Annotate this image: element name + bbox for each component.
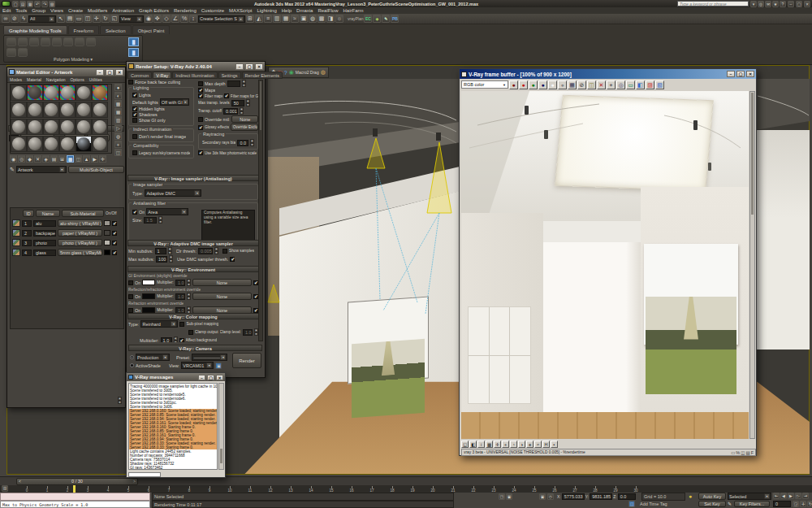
override-map-none-button[interactable]: None [192,293,252,300]
reference-coordinate-dropdown[interactable]: View▾ [119,15,144,23]
rendered-image[interactable] [461,91,749,439]
ribbon-tab[interactable]: Freeform [68,25,99,34]
material-sample-slot[interactable] [11,136,27,152]
photometric-scale-checkbox[interactable] [198,150,203,155]
override-map-none-button[interactable]: None [192,279,252,286]
title-bar[interactable]: ▢▤▦↶↷▧ Autodesk 3ds Max 2012 x64 Masteri… [0,0,812,7]
mono-channel-icon[interactable]: ● [558,80,567,89]
submaterial-button[interactable]: paper ( VRayMtl ) [58,229,102,237]
material-id-channel-icon[interactable]: ⊞ [58,155,66,163]
menu-item[interactable]: Views [48,8,66,13]
select-by-name-icon[interactable]: ▤ [66,15,74,23]
material-sample-slot[interactable] [11,102,27,118]
help-icon[interactable]: ? [780,1,786,7]
transform-lock-icon[interactable]: ▣ [539,493,546,500]
select-by-material-icon[interactable]: ⌖ [114,141,122,148]
adaptive-dmc-rollout-header[interactable]: V-Ray:: Adaptive DMC image sampler [127,240,259,246]
ribbon-tab[interactable]: Graphite Modeling Tools [3,25,67,34]
clr-thresh-field[interactable]: 0.005 [198,248,213,254]
current-frame-field[interactable]: 0 [773,501,791,507]
material-sample-slot[interactable] [59,102,76,118]
percent-snap-icon[interactable]: % [180,15,188,23]
menu-item[interactable]: Lightning [254,8,279,13]
fb-levels-icon[interactable]: ≡ [526,441,533,448]
fb-f-icon[interactable]: F [751,450,754,455]
red-channel-icon[interactable]: ● [519,80,528,89]
correction-red-icon[interactable]: ▨ [646,80,654,89]
sample-uv-tiling-icon[interactable]: ▦ [114,108,122,115]
selection-filter-dropdown[interactable]: All▾ [28,15,56,23]
add-time-tag-label[interactable]: Add Time Tag [640,501,667,506]
secondary-rays-bias-field[interactable]: 0.0 [237,140,248,146]
affect-background-checkbox[interactable] [179,338,184,343]
reset-map-icon[interactable]: ✕ [34,155,41,163]
channel-dropdown[interactable]: RGB color▼ [461,80,508,89]
select-and-rotate-icon[interactable]: ↻ [102,15,110,23]
material-sample-slot[interactable] [59,136,76,152]
communication-center-icon[interactable]: ✉ [765,1,771,7]
backlight-icon[interactable]: ◐ [114,92,122,99]
play-icon[interactable]: ▶ [788,493,794,499]
filter-maps-checkbox[interactable] [198,93,203,98]
dont-render-final-checkbox[interactable] [132,134,137,139]
transp-cutoff-field[interactable]: 0.001 [223,108,238,115]
submaterial-onoff-checkbox[interactable] [112,241,117,245]
poly-tool-1-icon[interactable] [6,37,16,46]
minimize-button[interactable]: – [235,63,244,70]
filter-maps-gi-checkbox[interactable] [224,93,229,98]
time-tag-icon[interactable]: ◫ [628,501,635,507]
render-setup-tab[interactable]: Indirect Illumination [172,72,217,79]
ribbon-toggle-icon[interactable]: ▦ [282,15,290,23]
open-file-icon[interactable]: ▤ [19,1,26,7]
material-sample-slot[interactable] [76,85,92,101]
maximize-button[interactable]: ▢ [736,71,745,77]
frame-buffer-vscrollbar[interactable] [749,91,755,439]
isolate-selection-icon[interactable]: ◳ [499,493,505,500]
undo-icon[interactable]: ↶ [34,1,41,7]
default-lights-dropdown[interactable]: Off with GI▾ [160,98,189,106]
rollout-scroll-spinner[interactable]: ▲▼ [118,397,122,404]
region-render-icon[interactable]: ▭ [626,80,635,89]
clamp-level-field[interactable]: 1.0 [243,329,253,336]
fb-srgb-icon[interactable]: ◧ [469,441,477,448]
menu-item[interactable]: Modifiers [85,8,110,13]
max-transp-field[interactable]: 50 [231,100,244,106]
submaterial-thumbnail[interactable] [12,219,20,227]
material-editor-titlebar[interactable]: Material Editor - Artwork – ▢ ✕ [7,67,125,76]
poly-tool-9-icon[interactable] [6,48,16,57]
lock-view-icon[interactable]: ▣ [215,363,222,369]
override-on-checkbox[interactable] [128,294,133,299]
minimize-button[interactable]: – [198,375,205,380]
material-sample-slot[interactable] [27,136,43,152]
subpixel-mapping-checkbox[interactable] [179,322,184,327]
follow-render-icon[interactable]: ◎ [616,80,625,89]
set-key-pencil-icon[interactable]: ✎ [728,501,732,506]
submaterial-id-field[interactable]: 1 [22,220,32,227]
next-frame-icon[interactable]: ▷ [795,493,801,499]
menu-item[interactable]: Material [24,77,44,82]
clamp-output-checkbox[interactable] [188,330,193,335]
menu-item[interactable]: Graph Editors [136,8,171,13]
new-scene-icon[interactable]: ▢ [12,1,19,7]
favorites-star-icon[interactable]: ★ [772,1,779,7]
make-preview-icon[interactable]: ▷ [114,124,122,132]
submaterial-name-field[interactable]: glass [33,250,56,256]
maximize-button[interactable]: ▢ [245,63,253,70]
show-map-in-viewport-icon[interactable]: ▩ [67,155,74,163]
submaterial-onoff-checkbox[interactable] [112,231,117,236]
submaterial-id-field[interactable]: 3 [22,240,32,246]
menu-item[interactable]: HairFarm [340,8,365,13]
material-sample-slot[interactable] [11,119,27,135]
select-object-icon[interactable]: ↖ [57,15,65,23]
time-slider-prev[interactable]: < [17,479,23,484]
camera-rollout-header[interactable]: V-Ray:: Camera [128,345,262,351]
max-depth-checkbox[interactable] [198,81,203,86]
override-multiplier-field[interactable]: 1.0 [175,280,185,286]
go-to-start-icon[interactable]: ⇤ [773,493,780,499]
rectangular-selection-icon[interactable]: ▭ [75,15,83,23]
key-filters-button[interactable]: Key Filters... [734,501,770,507]
poly-tool-6-icon[interactable] [63,37,73,46]
force-backface-checkbox[interactable] [128,80,133,85]
fb-pixel-probe-icon[interactable]: ▦ [486,441,493,448]
submaterial-color-swatch[interactable] [104,250,110,255]
